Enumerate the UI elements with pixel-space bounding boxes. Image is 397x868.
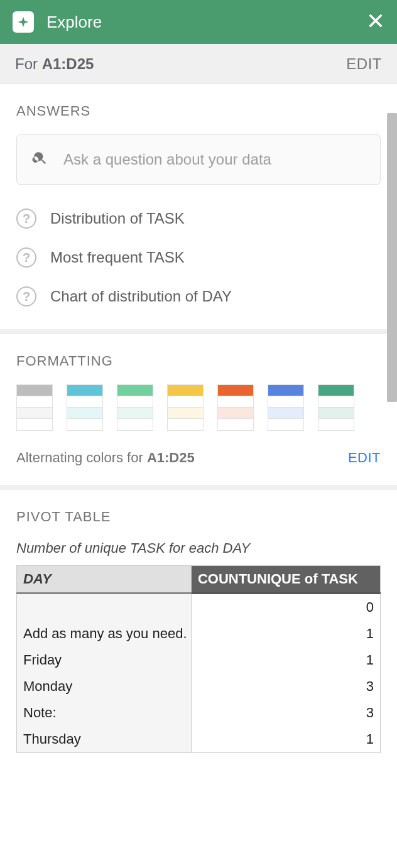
swatches-row bbox=[16, 384, 381, 431]
formatting-title: FORMATTING bbox=[16, 353, 381, 369]
pivot-day-cell bbox=[17, 594, 192, 621]
color-swatch[interactable] bbox=[16, 384, 53, 431]
table-row: Note:3 bbox=[17, 700, 381, 726]
close-button[interactable] bbox=[367, 12, 384, 32]
table-row: Add as many as you need.1 bbox=[17, 621, 381, 647]
answers-panel: ANSWERS ?Distribution of TASK?Most frequ… bbox=[0, 84, 397, 334]
color-swatch[interactable] bbox=[167, 384, 204, 431]
range-prefix: For bbox=[15, 55, 38, 72]
range-bar: For A1:D25 EDIT bbox=[0, 44, 397, 84]
pivot-table: DAY COUNTUNIQUE of TASK 0Add as many as … bbox=[16, 565, 381, 753]
range-text: For A1:D25 bbox=[15, 55, 346, 73]
edit-range-button[interactable]: EDIT bbox=[346, 55, 382, 73]
pivot-col-day: DAY bbox=[17, 566, 192, 594]
pivot-count-cell: 3 bbox=[191, 673, 380, 700]
pivot-count-cell: 1 bbox=[191, 647, 380, 673]
table-row: 0 bbox=[17, 594, 381, 621]
pivot-count-cell: 0 bbox=[191, 594, 380, 621]
color-swatch[interactable] bbox=[67, 384, 103, 431]
formatting-panel: FORMATTING Alternating colors for A1:D25… bbox=[0, 334, 397, 490]
answers-title: ANSWERS bbox=[16, 103, 381, 119]
suggestion-item[interactable]: ?Distribution of TASK bbox=[16, 209, 381, 229]
suggestion-text: Chart of distribution of DAY bbox=[50, 288, 232, 305]
color-swatch[interactable] bbox=[117, 384, 153, 431]
pivot-description: Number of unique TASK for each DAY bbox=[16, 540, 381, 556]
pivot-day-cell: Note: bbox=[17, 700, 192, 726]
help-icon: ? bbox=[16, 247, 36, 268]
pivot-panel: PIVOT TABLE Number of unique TASK for ea… bbox=[0, 490, 397, 753]
table-row: Thursday1 bbox=[17, 726, 381, 753]
pivot-day-cell: Thursday bbox=[17, 726, 192, 753]
color-swatch[interactable] bbox=[217, 384, 254, 431]
pivot-col-count: COUNTUNIQUE of TASK bbox=[191, 566, 380, 594]
search-icon bbox=[32, 150, 63, 169]
table-row: Friday1 bbox=[17, 647, 381, 673]
pivot-count-cell: 1 bbox=[191, 621, 380, 647]
pivot-day-cell: Add as many as you need. bbox=[17, 621, 192, 647]
range-value: A1:D25 bbox=[42, 55, 94, 72]
suggestion-text: Distribution of TASK bbox=[50, 210, 185, 227]
pivot-count-cell: 3 bbox=[191, 700, 380, 726]
help-icon: ? bbox=[16, 209, 36, 229]
search-box[interactable] bbox=[16, 134, 381, 185]
header-title: Explore bbox=[46, 13, 367, 32]
edit-formatting-button[interactable]: EDIT bbox=[348, 450, 381, 466]
pivot-title: PIVOT TABLE bbox=[16, 509, 381, 525]
color-swatch[interactable] bbox=[318, 384, 354, 431]
pivot-day-cell: Friday bbox=[17, 647, 192, 673]
formatting-label: Alternating colors for A1:D25 bbox=[16, 450, 195, 466]
formatting-label-prefix: Alternating colors for bbox=[16, 450, 143, 465]
formatting-label-row: Alternating colors for A1:D25 EDIT bbox=[16, 450, 381, 466]
help-icon: ? bbox=[16, 286, 36, 307]
formatting-label-range: A1:D25 bbox=[147, 450, 195, 465]
table-row: Monday3 bbox=[17, 673, 381, 700]
suggestion-item[interactable]: ?Most frequent TASK bbox=[16, 247, 381, 268]
scrollbar[interactable] bbox=[387, 113, 397, 402]
suggestion-item[interactable]: ?Chart of distribution of DAY bbox=[16, 286, 381, 307]
suggestion-text: Most frequent TASK bbox=[50, 249, 185, 266]
pivot-count-cell: 1 bbox=[191, 726, 380, 753]
pivot-day-cell: Monday bbox=[17, 673, 192, 700]
explore-header: Explore bbox=[0, 0, 397, 44]
color-swatch[interactable] bbox=[268, 384, 304, 431]
search-input[interactable] bbox=[63, 151, 365, 168]
explore-icon bbox=[13, 11, 34, 33]
